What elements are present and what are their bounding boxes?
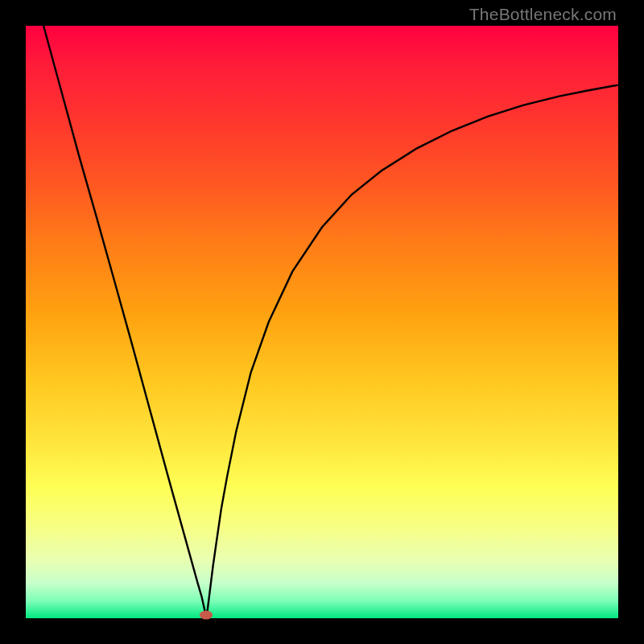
plot-area	[26, 26, 618, 618]
minimum-marker	[200, 611, 213, 620]
watermark: TheBottleneck.com	[469, 5, 617, 24]
chart-frame: TheBottleneck.com	[0, 0, 644, 644]
